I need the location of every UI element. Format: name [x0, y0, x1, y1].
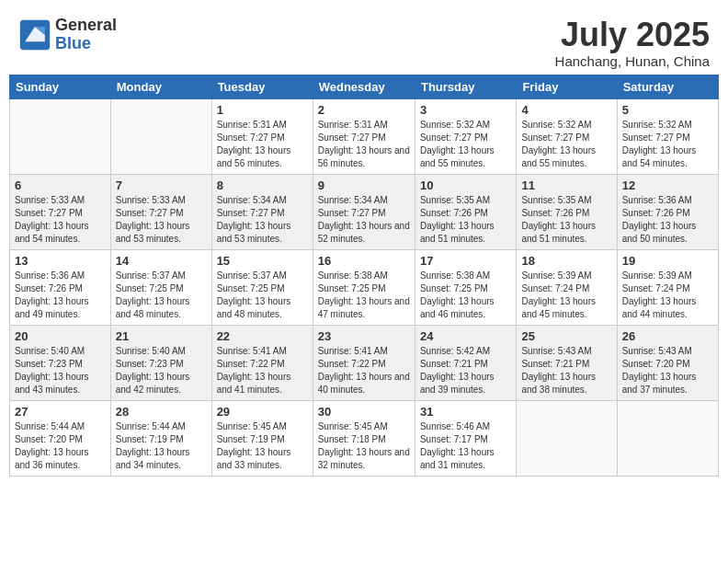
calendar-cell: [617, 400, 718, 476]
day-info: Sunrise: 5:38 AM Sunset: 7:25 PM Dayligh…: [318, 270, 410, 321]
day-number: 9: [318, 178, 410, 192]
calendar-cell: 31Sunrise: 5:46 AM Sunset: 7:17 PM Dayli…: [415, 400, 516, 476]
day-info: Sunrise: 5:37 AM Sunset: 7:25 PM Dayligh…: [217, 270, 308, 321]
calendar-cell: 7Sunrise: 5:33 AM Sunset: 7:27 PM Daylig…: [110, 174, 211, 249]
weekday-tuesday: Tuesday: [211, 75, 313, 98]
calendar-cell: 1Sunrise: 5:31 AM Sunset: 7:27 PM Daylig…: [211, 98, 313, 174]
day-info: Sunrise: 5:33 AM Sunset: 7:27 PM Dayligh…: [15, 194, 106, 246]
day-info: Sunrise: 5:34 AM Sunset: 7:27 PM Dayligh…: [318, 194, 410, 246]
logo-text: General Blue: [55, 17, 117, 53]
logo-general: General: [55, 17, 117, 35]
day-number: 27: [15, 405, 106, 419]
calendar-cell: 30Sunrise: 5:45 AM Sunset: 7:18 PM Dayli…: [313, 400, 415, 476]
day-number: 14: [116, 254, 207, 268]
day-number: 24: [420, 329, 511, 343]
day-number: 15: [217, 254, 308, 268]
calendar-cell: [517, 400, 617, 476]
calendar-cell: 5Sunrise: 5:32 AM Sunset: 7:27 PM Daylig…: [617, 98, 718, 174]
calendar-cell: 18Sunrise: 5:39 AM Sunset: 7:24 PM Dayli…: [517, 249, 617, 325]
day-number: 21: [116, 329, 207, 343]
calendar-cell: 21Sunrise: 5:40 AM Sunset: 7:23 PM Dayli…: [110, 325, 211, 400]
calendar-cell: 20Sunrise: 5:40 AM Sunset: 7:23 PM Dayli…: [10, 325, 111, 400]
calendar-cell: 13Sunrise: 5:36 AM Sunset: 7:26 PM Dayli…: [10, 249, 111, 325]
day-number: 11: [521, 178, 611, 192]
day-info: Sunrise: 5:31 AM Sunset: 7:27 PM Dayligh…: [217, 119, 308, 170]
day-info: Sunrise: 5:45 AM Sunset: 7:18 PM Dayligh…: [318, 420, 410, 472]
page-header: General Blue July 2025 Hanchang, Hunan, …: [9, 9, 719, 75]
day-info: Sunrise: 5:43 AM Sunset: 7:20 PM Dayligh…: [622, 345, 713, 396]
calendar-table: SundayMondayTuesdayWednesdayThursdayFrid…: [9, 75, 719, 477]
day-number: 19: [622, 254, 713, 268]
day-number: 28: [116, 405, 207, 419]
weekday-friday: Friday: [517, 75, 617, 98]
day-number: 1: [217, 103, 308, 117]
calendar-cell: 12Sunrise: 5:36 AM Sunset: 7:26 PM Dayli…: [617, 174, 718, 249]
calendar-cell: 22Sunrise: 5:41 AM Sunset: 7:22 PM Dayli…: [211, 325, 313, 400]
day-info: Sunrise: 5:43 AM Sunset: 7:21 PM Dayligh…: [521, 345, 611, 396]
day-number: 18: [521, 254, 611, 268]
calendar-week-4: 20Sunrise: 5:40 AM Sunset: 7:23 PM Dayli…: [10, 325, 719, 400]
day-number: 22: [217, 329, 308, 343]
day-number: 25: [521, 329, 611, 343]
calendar-cell: 2Sunrise: 5:31 AM Sunset: 7:27 PM Daylig…: [313, 98, 415, 174]
day-number: 26: [622, 329, 713, 343]
day-number: 13: [15, 254, 106, 268]
day-info: Sunrise: 5:32 AM Sunset: 7:27 PM Dayligh…: [622, 119, 713, 170]
weekday-thursday: Thursday: [415, 75, 516, 98]
calendar-cell: 23Sunrise: 5:41 AM Sunset: 7:22 PM Dayli…: [313, 325, 415, 400]
day-number: 7: [116, 178, 207, 192]
day-info: Sunrise: 5:31 AM Sunset: 7:27 PM Dayligh…: [318, 119, 410, 170]
month-title: July 2025: [555, 17, 710, 53]
day-info: Sunrise: 5:35 AM Sunset: 7:26 PM Dayligh…: [521, 194, 611, 246]
calendar-cell: 6Sunrise: 5:33 AM Sunset: 7:27 PM Daylig…: [10, 174, 111, 249]
day-info: Sunrise: 5:41 AM Sunset: 7:22 PM Dayligh…: [217, 345, 308, 396]
title-block: July 2025 Hanchang, Hunan, China: [555, 17, 710, 69]
day-number: 16: [318, 254, 410, 268]
day-info: Sunrise: 5:46 AM Sunset: 7:17 PM Dayligh…: [420, 420, 511, 472]
weekday-header-row: SundayMondayTuesdayWednesdayThursdayFrid…: [10, 75, 719, 98]
logo-icon: [18, 18, 51, 52]
day-number: 30: [318, 405, 410, 419]
calendar-cell: 19Sunrise: 5:39 AM Sunset: 7:24 PM Dayli…: [617, 249, 718, 325]
day-number: 6: [15, 178, 106, 192]
day-number: 3: [420, 103, 511, 117]
weekday-saturday: Saturday: [617, 75, 718, 98]
day-info: Sunrise: 5:39 AM Sunset: 7:24 PM Dayligh…: [622, 270, 713, 321]
day-number: 23: [318, 329, 410, 343]
day-info: Sunrise: 5:35 AM Sunset: 7:26 PM Dayligh…: [420, 194, 511, 246]
calendar-cell: 9Sunrise: 5:34 AM Sunset: 7:27 PM Daylig…: [313, 174, 415, 249]
weekday-sunday: Sunday: [10, 75, 111, 98]
calendar-cell: 11Sunrise: 5:35 AM Sunset: 7:26 PM Dayli…: [517, 174, 617, 249]
logo-blue: Blue: [55, 35, 117, 53]
weekday-monday: Monday: [110, 75, 211, 98]
day-number: 29: [217, 405, 308, 419]
calendar-cell: 14Sunrise: 5:37 AM Sunset: 7:25 PM Dayli…: [110, 249, 211, 325]
day-number: 20: [15, 329, 106, 343]
weekday-wednesday: Wednesday: [313, 75, 415, 98]
day-number: 12: [622, 178, 713, 192]
day-info: Sunrise: 5:34 AM Sunset: 7:27 PM Dayligh…: [217, 194, 308, 246]
logo: General Blue: [18, 17, 117, 53]
location-title: Hanchang, Hunan, China: [555, 53, 710, 69]
day-number: 5: [622, 103, 713, 117]
calendar-cell: 26Sunrise: 5:43 AM Sunset: 7:20 PM Dayli…: [617, 325, 718, 400]
day-info: Sunrise: 5:39 AM Sunset: 7:24 PM Dayligh…: [521, 270, 611, 321]
day-info: Sunrise: 5:36 AM Sunset: 7:26 PM Dayligh…: [15, 270, 106, 321]
day-info: Sunrise: 5:33 AM Sunset: 7:27 PM Dayligh…: [116, 194, 207, 246]
calendar-week-1: 1Sunrise: 5:31 AM Sunset: 7:27 PM Daylig…: [10, 98, 719, 174]
calendar-cell: 24Sunrise: 5:42 AM Sunset: 7:21 PM Dayli…: [415, 325, 516, 400]
day-info: Sunrise: 5:40 AM Sunset: 7:23 PM Dayligh…: [15, 345, 106, 396]
day-info: Sunrise: 5:45 AM Sunset: 7:19 PM Dayligh…: [217, 420, 308, 472]
day-info: Sunrise: 5:32 AM Sunset: 7:27 PM Dayligh…: [420, 119, 511, 170]
calendar-week-5: 27Sunrise: 5:44 AM Sunset: 7:20 PM Dayli…: [10, 400, 719, 476]
day-number: 31: [420, 405, 511, 419]
day-info: Sunrise: 5:44 AM Sunset: 7:19 PM Dayligh…: [116, 420, 207, 472]
calendar-cell: 27Sunrise: 5:44 AM Sunset: 7:20 PM Dayli…: [10, 400, 111, 476]
calendar-cell: 4Sunrise: 5:32 AM Sunset: 7:27 PM Daylig…: [517, 98, 617, 174]
calendar-cell: 29Sunrise: 5:45 AM Sunset: 7:19 PM Dayli…: [211, 400, 313, 476]
calendar-cell: 25Sunrise: 5:43 AM Sunset: 7:21 PM Dayli…: [517, 325, 617, 400]
day-number: 10: [420, 178, 511, 192]
calendar-cell: 15Sunrise: 5:37 AM Sunset: 7:25 PM Dayli…: [211, 249, 313, 325]
calendar-cell: 8Sunrise: 5:34 AM Sunset: 7:27 PM Daylig…: [211, 174, 313, 249]
calendar-cell: 3Sunrise: 5:32 AM Sunset: 7:27 PM Daylig…: [415, 98, 516, 174]
